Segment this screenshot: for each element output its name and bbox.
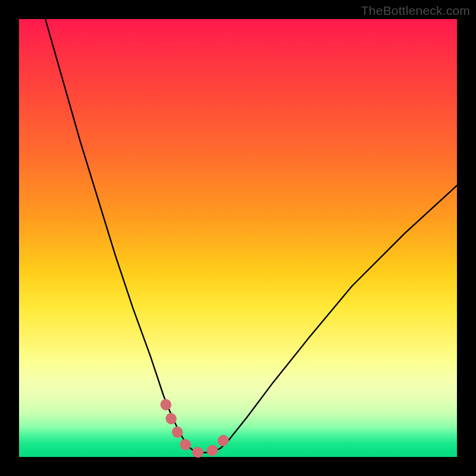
plot-area [19, 19, 457, 457]
curve-svg [19, 19, 457, 457]
watermark-label: TheBottleneck.com [361, 4, 470, 18]
bottleneck-curve [45, 19, 457, 453]
chart-frame: TheBottleneck.com [0, 0, 476, 476]
highlight-band [166, 405, 231, 453]
